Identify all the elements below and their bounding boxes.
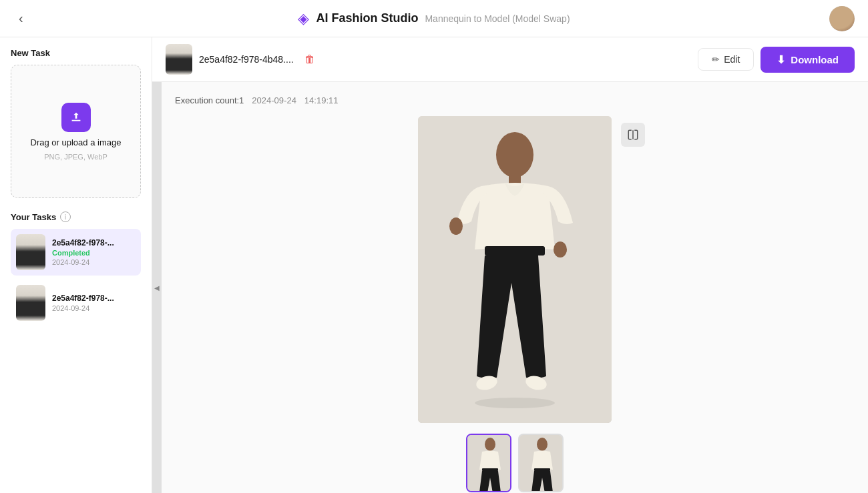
execution-time: 14:19:11 <box>304 95 339 105</box>
task-info-1: 2e5a4f82-f978-... Completed 2024-09-24 <box>52 238 114 266</box>
new-task-label: New Task <box>11 48 141 58</box>
task-header-id: 2e5a4f82-f978-4b48.... <box>199 54 294 65</box>
user-avatar[interactable] <box>829 6 855 31</box>
thumbnail-1-image <box>467 435 511 492</box>
main-model-image <box>418 116 612 423</box>
svg-point-15 <box>537 438 548 451</box>
task-date-1: 2024-09-24 <box>52 258 114 266</box>
thumbnails-row <box>466 434 564 492</box>
upload-icon <box>69 110 83 125</box>
task-item-2[interactable]: 2e5a4f82-f978-... 2024-09-24 <box>11 280 141 326</box>
task-header: 2e5a4f82-f978-4b48.... 🗑 ✏ Edit ⬇ Downlo… <box>152 37 868 82</box>
execution-date: 2024-09-24 <box>252 95 296 105</box>
edit-button[interactable]: ✏ Edit <box>698 48 754 71</box>
task-id-2: 2e5a4f82-f978-... <box>52 294 114 303</box>
main-view: ◀ Execution count:1 2024-09-24 14:19:11 <box>152 82 868 493</box>
task-thumbnail-2 <box>16 285 45 321</box>
svg-point-13 <box>493 491 501 492</box>
thumbnail-1[interactable] <box>466 434 511 492</box>
edit-label: Edit <box>724 54 740 65</box>
svg-point-8 <box>475 398 555 408</box>
image-container <box>175 116 855 492</box>
svg-point-4 <box>554 241 567 258</box>
task-header-thumbnail <box>166 44 192 75</box>
upload-label: Drag or upload a image <box>31 137 122 147</box>
collapse-handle[interactable]: ◀ <box>152 82 162 493</box>
svg-rect-11 <box>482 468 498 471</box>
thumbnail-2[interactable] <box>518 434 564 492</box>
upload-zone[interactable]: Drag or upload a image PNG, JPEG, WebP <box>11 65 141 198</box>
content-area: 2e5a4f82-f978-4b48.... 🗑 ✏ Edit ⬇ Downlo… <box>152 37 868 493</box>
your-tasks-label: Your Tasks <box>11 212 56 222</box>
edit-icon: ✏ <box>712 54 720 65</box>
task-info-2: 2e5a4f82-f978-... 2024-09-24 <box>52 294 114 312</box>
svg-point-18 <box>546 491 553 492</box>
logo-icon: ◈ <box>298 10 309 27</box>
download-button[interactable]: ⬇ Download <box>761 47 855 73</box>
model-svg <box>418 116 612 423</box>
top-navigation: ‹ ◈ AI Fashion Studio Mannequin to Model… <box>0 0 868 37</box>
execution-count: Execution count:1 <box>175 95 244 105</box>
collapse-arrow-icon: ◀ <box>154 284 160 292</box>
task-status-1: Completed <box>52 249 114 257</box>
back-button[interactable]: ‹ <box>13 8 29 29</box>
view-panel: Execution count:1 2024-09-24 14:19:11 <box>162 82 868 493</box>
delete-button[interactable]: 🗑 <box>300 51 319 68</box>
svg-point-1 <box>496 132 533 177</box>
svg-rect-5 <box>485 246 545 256</box>
thumbnail-2-image <box>519 435 564 492</box>
main-image-wrap <box>418 116 612 423</box>
svg-point-3 <box>449 217 463 235</box>
upload-formats: PNG, JPEG, WebP <box>44 153 107 161</box>
download-label: Download <box>791 54 839 65</box>
svg-point-12 <box>480 491 487 492</box>
download-icon: ⬇ <box>777 53 785 66</box>
info-icon[interactable]: i <box>60 211 71 222</box>
task-thumbnail-1 <box>16 234 45 270</box>
compare-icon <box>627 129 639 141</box>
svg-rect-16 <box>534 468 550 471</box>
svg-point-17 <box>532 491 539 492</box>
app-title: AI Fashion Studio <box>316 11 418 25</box>
task-id-1: 2e5a4f82-f978-... <box>52 238 114 248</box>
svg-point-10 <box>485 438 495 451</box>
app-subtitle: Mannequin to Model (Model Swap) <box>425 13 570 24</box>
task-item-1[interactable]: 2e5a4f82-f978-... Completed 2024-09-24 <box>11 229 141 276</box>
task-list: 2e5a4f82-f978-... Completed 2024-09-24 2… <box>11 229 141 326</box>
compare-button[interactable] <box>621 123 645 147</box>
task-date-2: 2024-09-24 <box>52 304 114 312</box>
upload-icon-wrap <box>61 103 91 132</box>
execution-info: Execution count:1 2024-09-24 14:19:11 <box>175 95 855 105</box>
sidebar: New Task Drag or upload a image PNG, JPE… <box>0 37 152 493</box>
